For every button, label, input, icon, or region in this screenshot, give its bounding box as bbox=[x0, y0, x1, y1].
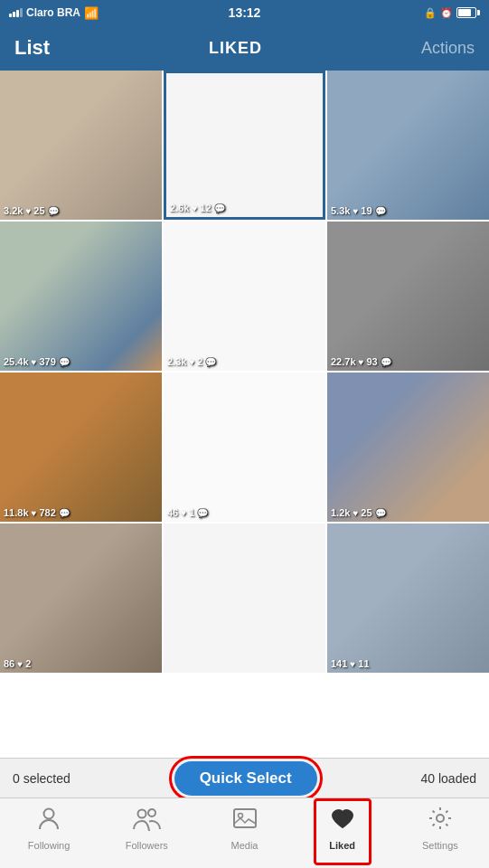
likes-count-7: 1 bbox=[189, 507, 194, 518]
heart-icon-11: ♥ bbox=[350, 659, 355, 669]
status-time: 13:12 bbox=[229, 5, 261, 20]
following-label: Following bbox=[28, 840, 70, 851]
svg-rect-3 bbox=[234, 809, 256, 827]
svg-point-5 bbox=[437, 815, 444, 822]
grid-stats-8: 1.2k♥25💬 bbox=[331, 507, 386, 518]
grid-stats-1: 2.6k♥12💬 bbox=[170, 203, 225, 213]
comment-icon-5: 💬 bbox=[381, 357, 391, 367]
media-icon bbox=[232, 806, 258, 837]
grid-item-10[interactable] bbox=[164, 524, 325, 673]
likes-count-8: 25 bbox=[361, 507, 371, 518]
nav-list-label[interactable]: List bbox=[14, 36, 50, 60]
svg-point-1 bbox=[138, 810, 146, 818]
grid-item-2[interactable]: 5.3k♥19💬 bbox=[327, 71, 489, 220]
comment-icon-8: 💬 bbox=[375, 508, 386, 518]
grid-item-0[interactable]: 3.2k♥25💬 bbox=[0, 71, 162, 220]
views-count-6: 11.8k bbox=[4, 507, 29, 518]
followers-label: Followers bbox=[126, 840, 168, 851]
nav-actions-button[interactable]: Actions bbox=[421, 39, 475, 58]
selected-count-label: 0 selected bbox=[13, 771, 71, 786]
heart-icon-7: ♥ bbox=[181, 508, 186, 518]
heart-icon-9: ♥ bbox=[17, 659, 23, 669]
likes-count-3: 379 bbox=[39, 356, 55, 367]
grid-stats-11: 141♥11 bbox=[331, 658, 370, 669]
grid-stats-3: 25.4k♥379💬 bbox=[4, 356, 70, 367]
grid-item-11[interactable]: 141♥11 bbox=[327, 524, 489, 673]
comment-icon-7: 💬 bbox=[197, 508, 208, 518]
status-left: Claro BRA 📶 bbox=[9, 6, 99, 20]
liked-label: Liked bbox=[329, 840, 355, 851]
views-count-0: 3.2k bbox=[4, 205, 23, 216]
heart-icon-4: ♥ bbox=[189, 357, 194, 367]
carrier-label: Claro BRA bbox=[26, 6, 80, 19]
settings-label: Settings bbox=[422, 840, 458, 851]
lock-icon: 🔒 bbox=[424, 7, 437, 19]
tab-liked[interactable]: Liked bbox=[294, 806, 391, 851]
battery-icon bbox=[456, 7, 480, 18]
quick-select-button[interactable]: Quick Select bbox=[174, 761, 317, 796]
heart-icon-1: ♥ bbox=[192, 203, 197, 213]
grid-item-3[interactable]: 25.4k♥379💬 bbox=[0, 222, 162, 371]
grid-stats-9: 86♥2 bbox=[4, 658, 31, 669]
grid-stats-5: 22.7k♥93💬 bbox=[331, 356, 391, 367]
grid-item-7[interactable]: 46♥1💬 bbox=[164, 373, 325, 522]
comment-icon-0: 💬 bbox=[48, 206, 59, 216]
grid-item-5[interactable]: 22.7k♥93💬 bbox=[327, 222, 489, 371]
likes-count-2: 19 bbox=[361, 205, 371, 216]
heart-icon-5: ♥ bbox=[359, 357, 364, 367]
views-count-4: 2.3k bbox=[167, 356, 186, 367]
comment-icon-2: 💬 bbox=[375, 206, 386, 216]
grid-item-1[interactable]: 2.6k♥12💬 bbox=[164, 71, 325, 220]
grid-stats-4: 2.3k♥2💬 bbox=[167, 356, 216, 367]
comment-icon-6: 💬 bbox=[59, 508, 70, 518]
likes-count-6: 782 bbox=[39, 507, 55, 518]
views-count-5: 22.7k bbox=[331, 356, 356, 367]
heart-icon-2: ♥ bbox=[353, 206, 358, 216]
likes-count-11: 11 bbox=[358, 658, 369, 669]
views-count-1: 2.6k bbox=[170, 203, 189, 213]
settings-icon bbox=[428, 806, 453, 837]
media-label: Media bbox=[231, 840, 259, 851]
liked-icon bbox=[330, 806, 355, 837]
grid-item-4[interactable]: 2.3k♥2💬 bbox=[164, 222, 325, 371]
heart-icon-6: ♥ bbox=[32, 508, 37, 518]
views-count-8: 1.2k bbox=[331, 507, 350, 518]
grid-stats-0: 3.2k♥25💬 bbox=[4, 205, 59, 216]
comment-icon-3: 💬 bbox=[59, 357, 70, 367]
svg-point-0 bbox=[44, 809, 54, 819]
likes-count-4: 2 bbox=[197, 356, 202, 367]
views-count-9: 86 bbox=[4, 658, 14, 669]
grid-item-8[interactable]: 1.2k♥25💬 bbox=[327, 373, 489, 522]
heart-icon-3: ♥ bbox=[32, 357, 37, 367]
grid-item-9[interactable]: 86♥2 bbox=[0, 524, 162, 673]
tab-followers[interactable]: Followers bbox=[98, 806, 195, 851]
views-count-11: 141 bbox=[331, 658, 347, 669]
alarm-icon: ⏰ bbox=[440, 7, 453, 19]
signal-icon bbox=[9, 8, 23, 17]
likes-count-1: 12 bbox=[200, 203, 211, 213]
grid-stats-7: 46♥1💬 bbox=[167, 507, 208, 518]
likes-count-0: 25 bbox=[33, 205, 44, 216]
bottom-bar: 0 selected Quick Select 40 loaded bbox=[0, 758, 489, 797]
likes-count-5: 93 bbox=[366, 356, 377, 367]
loaded-count-label: 40 loaded bbox=[420, 771, 476, 786]
heart-icon-8: ♥ bbox=[353, 508, 358, 518]
svg-point-4 bbox=[238, 814, 242, 818]
grid-stats-6: 11.8k♥782💬 bbox=[4, 507, 70, 518]
likes-count-9: 2 bbox=[25, 658, 31, 669]
nav-header: List LIKED Actions bbox=[0, 25, 489, 71]
heart-icon-0: ♥ bbox=[25, 206, 31, 216]
tab-following[interactable]: Following bbox=[0, 806, 98, 851]
wifi-icon: 📶 bbox=[84, 6, 99, 20]
views-count-7: 46 bbox=[167, 507, 178, 518]
views-count-2: 5.3k bbox=[331, 205, 350, 216]
grid-item-6[interactable]: 11.8k♥782💬 bbox=[0, 373, 162, 522]
tab-media[interactable]: Media bbox=[195, 806, 293, 851]
followers-icon bbox=[132, 806, 161, 837]
comment-icon-1: 💬 bbox=[214, 203, 225, 213]
status-right: 🔒 ⏰ bbox=[424, 7, 480, 19]
tab-settings[interactable]: Settings bbox=[391, 806, 489, 851]
status-bar: Claro BRA 📶 13:12 🔒 ⏰ bbox=[0, 0, 489, 25]
following-icon bbox=[36, 806, 61, 837]
tab-bar: Following Followers Media bbox=[0, 797, 489, 868]
